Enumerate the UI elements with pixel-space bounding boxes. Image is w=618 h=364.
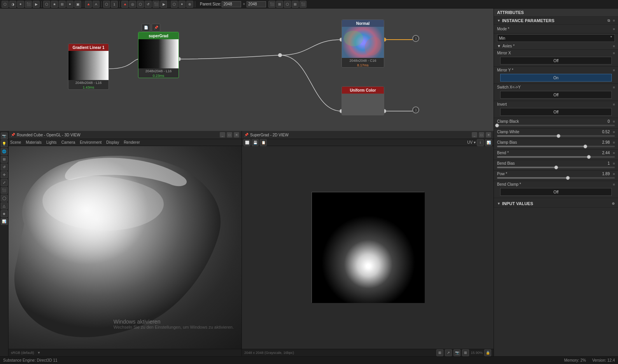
toolbar-icon-25[interactable]: ⊞	[276, 1, 283, 8]
invert-icon-btn[interactable]: ≡	[613, 103, 615, 106]
sidebar-env-icon[interactable]: 🌐	[1, 148, 8, 155]
clamp-bias-slider-track[interactable]	[497, 146, 615, 147]
toolbar-icon-10[interactable]: ▣	[74, 1, 81, 8]
bend-clamp-btn[interactable]: Off	[500, 188, 612, 196]
clamp-bias-slider-thumb[interactable]	[583, 145, 587, 148]
2d-info-icon[interactable]: i	[477, 139, 484, 146]
toolbar-icon-14[interactable]: 1	[111, 1, 118, 8]
switch-xy-btn[interactable]: Off	[500, 91, 612, 99]
toolbar-icon-20[interactable]: ▶	[160, 1, 167, 8]
clamp-black-slider-thumb[interactable]	[495, 124, 499, 127]
pow-slider-track[interactable]	[497, 177, 615, 179]
toolbar-icon-9[interactable]: ✦	[67, 1, 74, 8]
toolbar-icon-27[interactable]: ⊞	[292, 1, 299, 8]
parent-size-input[interactable]	[222, 1, 241, 7]
2d-tool-1[interactable]: ⬜	[243, 139, 250, 146]
node-supergrad[interactable]: 📄 📌 superGrad 2048x2048 - L16 0.23ms	[138, 32, 179, 78]
node-graph[interactable]: Gradient Linear 1 2048x2048 - L16 1.43ms…	[0, 9, 494, 131]
menu-display[interactable]: Display	[106, 140, 119, 145]
2d-bottom-icon-4[interactable]: ⊞	[462, 349, 469, 356]
pow-slider-thumb[interactable]	[566, 176, 570, 180]
2d-bottom-icon-3[interactable]: 📷	[453, 349, 460, 356]
sidebar-mesh-icon[interactable]: △	[1, 202, 8, 209]
sidebar-rotate-icon[interactable]: ↺	[1, 164, 8, 171]
panel-2d-pin-icon[interactable]: 📌	[244, 133, 249, 137]
axies-icon-btn[interactable]: ≡	[613, 44, 615, 48]
toolbar-icon-23[interactable]: ⊛	[186, 1, 193, 8]
sidebar-cube-icon[interactable]: ⬛	[1, 187, 8, 194]
panel-3d-close[interactable]: ✕	[234, 132, 239, 138]
node-uniform-color[interactable]: Uniform Color	[341, 86, 384, 115]
mode-icon-btn[interactable]: ≡	[613, 27, 615, 31]
2d-bottom-icon-1[interactable]: ⊞	[436, 349, 443, 356]
mirror-x-icon-btn[interactable]: ≡	[613, 51, 615, 55]
panel-2d-maximize[interactable]: □	[479, 132, 484, 138]
toolbar-icon-18[interactable]: ↺	[145, 1, 152, 8]
clamp-white-icon-btn[interactable]: ≡	[613, 130, 615, 134]
node-gradient-linear[interactable]: Gradient Linear 1 2048x2048 - L16 1.43ms	[68, 44, 109, 90]
clamp-white-slider-track[interactable]	[497, 135, 615, 137]
colorspace-dropdown-icon[interactable]: ▼	[37, 351, 41, 355]
viewport-3d[interactable]: Windows aktivieren Wechseln Sie zu den E…	[9, 146, 242, 349]
bend-bias-slider-thumb[interactable]	[554, 165, 558, 169]
menu-camera[interactable]: Camera	[61, 140, 75, 145]
menu-lights[interactable]: Lights	[46, 140, 57, 145]
bend-bias-icon-btn[interactable]: ≡	[613, 162, 615, 165]
mirror-y-btn[interactable]: On	[500, 74, 612, 82]
supergrad-pin-icon[interactable]: 📌	[152, 24, 160, 31]
panel-3d-maximize[interactable]: □	[227, 132, 232, 138]
clamp-black-icon-btn[interactable]: ≡	[613, 120, 615, 124]
sidebar-sphere-icon[interactable]: ◯	[1, 195, 8, 202]
sidebar-grid-icon[interactable]: ⊞	[1, 156, 8, 163]
sidebar-bar-icon[interactable]: 📊	[1, 218, 8, 225]
panel-2d-minimize[interactable]: _	[472, 132, 477, 138]
bend-slider-thumb[interactable]	[587, 155, 591, 159]
mirror-x-btn[interactable]: Off	[500, 57, 612, 64]
toolbar-icon-19[interactable]: ⬛	[152, 1, 159, 8]
toolbar-icon-6[interactable]: ⬡	[43, 1, 50, 8]
axies-header[interactable]: ▼ Axies * ≡	[494, 43, 618, 49]
bend-clamp-icon-btn[interactable]: ≡	[613, 183, 615, 186]
2d-chart-icon[interactable]: 📊	[485, 139, 492, 146]
parent-size-input-2[interactable]	[247, 1, 266, 7]
toolbar-icon-5[interactable]: ▶	[33, 1, 40, 8]
sidebar-bulb-icon[interactable]: 💡	[1, 140, 8, 147]
clamp-bias-icon-btn[interactable]: ≡	[613, 141, 615, 145]
toolbar-icon-2[interactable]: ◑	[9, 1, 16, 8]
input-values-collapse-icon[interactable]: ▼	[497, 202, 501, 206]
toolbar-icon-24[interactable]: ⬛	[268, 1, 275, 8]
instance-params-icon-1[interactable]: ⧉	[607, 19, 610, 23]
toolbar-icon-12[interactable]: A	[93, 1, 100, 8]
2d-tool-3[interactable]: 📋	[260, 139, 267, 146]
input-values-icon[interactable]: ⊕	[612, 202, 615, 206]
supergrad-doc-icon[interactable]: 📄	[142, 24, 150, 31]
sidebar-move-icon[interactable]: ✛	[1, 171, 8, 178]
menu-materials[interactable]: Materials	[26, 140, 42, 145]
output-connector-2[interactable]: ⟩	[412, 106, 419, 113]
menu-scene[interactable]: Scene	[10, 140, 21, 145]
sidebar-scale-icon[interactable]: ⤢	[1, 179, 8, 186]
viewport-2d[interactable]	[242, 146, 494, 348]
toolbar-icon-21[interactable]: ⬡	[171, 1, 178, 8]
bend-icon-btn[interactable]: ≡	[613, 151, 615, 155]
toolbar-icon-16[interactable]: ◎	[129, 1, 136, 8]
switch-xy-icon-btn[interactable]: ≡	[613, 85, 615, 89]
instance-params-collapse-icon[interactable]: ▼	[497, 19, 501, 23]
toolbar-icon-4[interactable]: ⬛	[25, 1, 32, 8]
toolbar-icon-22[interactable]: ✦	[179, 1, 186, 8]
toolbar-icon-7[interactable]: ★	[51, 1, 58, 8]
clamp-black-slider-track[interactable]	[497, 125, 615, 126]
bend-bias-slider-track[interactable]	[497, 167, 615, 168]
toolbar-icon-26[interactable]: ⬡	[284, 1, 291, 8]
panel-3d-pin-icon[interactable]: 📌	[11, 133, 15, 137]
2d-uv-menu[interactable]: UV ▾	[467, 140, 476, 145]
panel-2d-close[interactable]: ✕	[486, 132, 491, 138]
sidebar-mat-icon[interactable]: ◈	[1, 210, 8, 217]
invert-btn[interactable]: Off	[500, 108, 612, 116]
instance-params-icon-2[interactable]: ≡	[613, 19, 615, 23]
toolbar-icon-13[interactable]: ⬡	[103, 1, 110, 8]
toolbar-icon-28[interactable]: ⬛	[299, 1, 306, 8]
mirror-y-icon-btn[interactable]: ≡	[613, 68, 615, 72]
toolbar-icon-1[interactable]: ⬡	[2, 1, 9, 8]
toolbar-icon-11[interactable]: 🔺	[85, 1, 92, 8]
